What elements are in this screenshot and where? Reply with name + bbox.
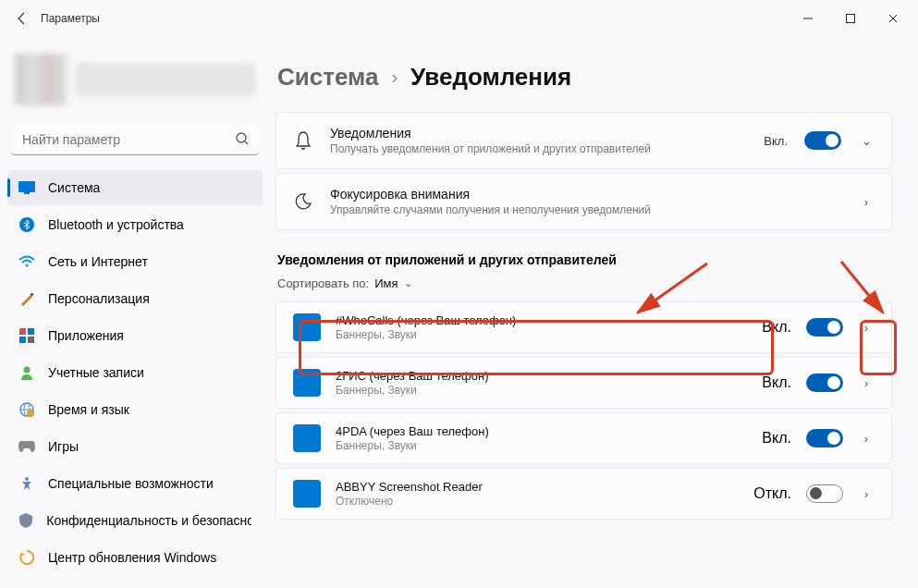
svg-rect-10 — [28, 328, 34, 335]
app-row[interactable]: ABBYY Screenshot Reader Отключено Откл. … — [275, 468, 892, 520]
app-row[interactable]: 4PDA (через Ваш телефон) Баннеры, Звуки … — [275, 412, 892, 464]
app-name: 4PDA (через Ваш телефон) — [336, 424, 747, 438]
wifi-icon — [18, 253, 35, 270]
svg-rect-1 — [847, 15, 855, 23]
globe-icon — [18, 401, 35, 418]
app-name: 2ГИС (через Ваш телефон) — [336, 369, 747, 383]
sidebar-item-label: Конфиденциальность и безопасность — [46, 513, 251, 528]
svg-point-17 — [27, 410, 34, 417]
sidebar-item-apps[interactable]: Приложения — [7, 318, 263, 353]
app-toggle[interactable] — [806, 484, 843, 503]
app-row[interactable]: 2ГИС (через Ваш телефон) Баннеры, Звуки … — [275, 357, 892, 409]
sort-value: Имя — [374, 276, 398, 290]
chevron-right-icon[interactable]: › — [858, 376, 875, 390]
sidebar-item-update[interactable]: Центр обновления Windows — [7, 540, 263, 575]
sort-dropdown[interactable]: Сортировать по: Имя ⌄ — [277, 276, 890, 290]
chevron-right-icon[interactable]: › — [858, 195, 875, 209]
app-subtitle: Отключено — [336, 495, 739, 508]
app-subtitle: Баннеры, Звуки — [336, 328, 747, 341]
toggle-state: Откл. — [753, 485, 791, 502]
svg-point-2 — [237, 133, 246, 142]
search-box[interactable] — [11, 124, 259, 155]
avatar — [15, 54, 67, 105]
sidebar: Система Bluetooth и устройства Сеть и Ин… — [0, 37, 270, 588]
nav-list: Система Bluetooth и устройства Сеть и Ин… — [4, 170, 266, 575]
app-toggle[interactable] — [806, 318, 843, 337]
chevron-right-icon[interactable]: › — [858, 432, 875, 446]
gamepad-icon — [18, 438, 35, 455]
close-button[interactable] — [872, 4, 914, 33]
sidebar-item-label: Система — [48, 180, 100, 195]
sidebar-item-accessibility[interactable]: Специальные возможности — [7, 466, 263, 501]
sidebar-item-label: Персонализация — [48, 291, 150, 306]
sidebar-item-gaming[interactable]: Игры — [7, 429, 263, 464]
card-title: Фокусировка внимания — [330, 187, 841, 202]
sidebar-item-bluetooth[interactable]: Bluetooth и устройства — [7, 207, 263, 242]
back-button[interactable] — [4, 0, 41, 37]
main-content: Система › Уведомления Уведомления Получа… — [270, 37, 918, 588]
chevron-right-icon[interactable]: › — [858, 321, 875, 335]
apps-icon — [18, 327, 35, 344]
toggle-state: Вкл. — [762, 430, 791, 447]
moon-icon — [293, 192, 313, 211]
focus-card[interactable]: Фокусировка внимания Управляйте случаями… — [275, 173, 892, 230]
sidebar-item-label: Игры — [48, 439, 79, 454]
app-name: #WhoCalls (через Ваш телефон) — [336, 313, 747, 327]
app-icon — [293, 424, 321, 452]
toggle-state: Вкл. — [762, 319, 791, 336]
window-controls — [787, 4, 914, 33]
sidebar-item-label: Учетные записи — [48, 365, 144, 380]
app-row[interactable]: #WhoCalls (через Ваш телефон) Баннеры, З… — [275, 301, 892, 353]
sidebar-item-label: Специальные возможности — [48, 476, 214, 491]
svg-rect-11 — [19, 337, 26, 343]
sidebar-item-network[interactable]: Сеть и Интернет — [7, 244, 263, 279]
sidebar-item-system[interactable]: Система — [7, 170, 263, 205]
toggle-state: Вкл. — [762, 374, 791, 391]
bluetooth-icon — [18, 216, 35, 233]
toggle-state: Вкл. — [764, 134, 788, 148]
brush-icon — [18, 290, 35, 307]
app-icon — [293, 369, 321, 397]
window-title: Параметры — [41, 12, 100, 25]
app-toggle[interactable] — [806, 429, 843, 447]
shield-icon — [18, 512, 33, 529]
chevron-down-icon[interactable]: ⌄ — [858, 134, 875, 148]
sidebar-item-label: Время и язык — [48, 402, 129, 417]
app-toggle[interactable] — [806, 374, 843, 392]
chevron-down-icon: ⌄ — [404, 277, 412, 289]
sidebar-item-label: Bluetooth и устройства — [48, 217, 184, 232]
card-subtitle: Получать уведомления от приложений и дру… — [330, 142, 747, 155]
sidebar-item-label: Центр обновления Windows — [48, 550, 216, 565]
svg-point-18 — [25, 477, 29, 481]
sidebar-item-accounts[interactable]: Учетные записи — [7, 355, 263, 390]
search-icon — [235, 131, 250, 146]
svg-rect-5 — [24, 192, 30, 194]
minimize-button[interactable] — [787, 4, 829, 33]
sidebar-item-personalization[interactable]: Персонализация — [7, 281, 263, 316]
app-subtitle: Баннеры, Звуки — [336, 439, 747, 452]
sidebar-item-label: Приложения — [48, 328, 124, 343]
notifications-card[interactable]: Уведомления Получать уведомления от прил… — [275, 112, 892, 169]
card-title: Уведомления — [330, 126, 747, 141]
update-icon — [18, 549, 35, 566]
search-input[interactable] — [11, 124, 259, 155]
card-subtitle: Управляйте случаями получения и неполуче… — [330, 203, 841, 216]
svg-rect-12 — [28, 337, 34, 343]
section-title: Уведомления от приложений и других отпра… — [277, 252, 890, 267]
svg-point-13 — [24, 367, 31, 374]
chevron-right-icon: › — [391, 67, 398, 88]
notifications-toggle[interactable] — [804, 131, 841, 150]
titlebar: Параметры — [0, 0, 918, 37]
breadcrumb-parent[interactable]: Система — [277, 63, 378, 92]
page-title: Уведомления — [410, 63, 571, 92]
svg-line-3 — [245, 141, 248, 144]
app-icon — [293, 313, 321, 341]
profile-area[interactable] — [4, 44, 266, 120]
chevron-right-icon[interactable]: › — [858, 487, 875, 501]
sidebar-item-time[interactable]: Время и язык — [7, 392, 263, 427]
sort-label: Сортировать по: — [277, 276, 369, 290]
sidebar-item-privacy[interactable]: Конфиденциальность и безопасность — [7, 503, 263, 538]
svg-rect-9 — [19, 328, 26, 335]
maximize-button[interactable] — [829, 4, 872, 33]
svg-point-7 — [26, 264, 29, 267]
